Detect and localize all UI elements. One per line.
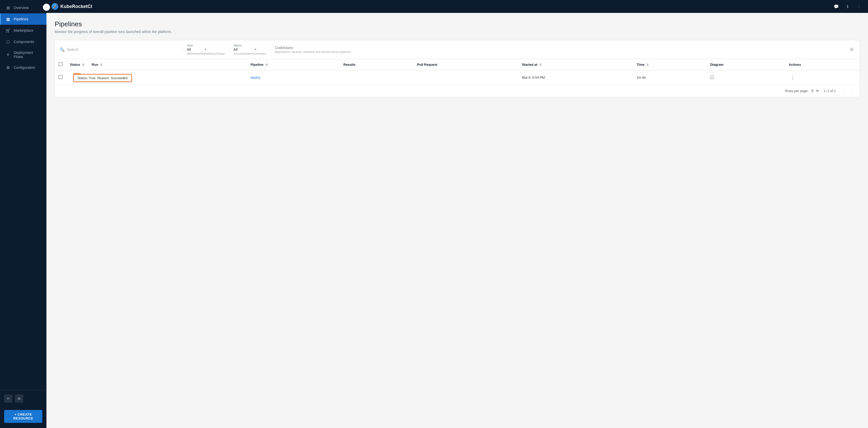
page-subtitle: Monitor the progress of overall pipeline… (55, 30, 860, 34)
sidebar-item-components[interactable]: ⬡ Components (0, 36, 46, 47)
header-run[interactable]: Run ⇅ (88, 59, 247, 70)
header-checkbox-cell (55, 59, 66, 70)
info-button[interactable]: ℹ (844, 3, 851, 10)
type-filter-label: Type (187, 44, 225, 47)
type-select[interactable]: All Review Build Deploy Clean (187, 47, 203, 52)
sidebar: ‹ ⊞ Overview ▦ Pipelines 🛒 Marketplace ⬡… (0, 0, 46, 428)
codebase-filter: Applications, libraries, autotests and i… (275, 46, 844, 53)
more-button[interactable]: ⋮ (855, 3, 863, 10)
chat-button[interactable]: 💬 (832, 3, 840, 10)
status-select[interactable]: All Success Failure Unknown (234, 47, 253, 52)
row-checkbox-cell (55, 70, 66, 85)
type-filter-hint: All/Review/Build/Deploy/Clean (187, 52, 225, 55)
table-footer: Rows per page: 5 10 25 1–1 of 1 ‹ › (55, 84, 860, 97)
rows-per-page-wrap: Rows per page: 5 10 25 (785, 89, 819, 93)
topbar: 🚀 KubeRocketCI 💬 ℹ ⋮ (46, 0, 868, 13)
pagination-info: 1–1 of 1 (824, 89, 836, 93)
table-settings-icon[interactable]: ⚙ (849, 46, 855, 53)
configuration-icon: ⚙ (5, 65, 10, 70)
filter-bar: 🔍 Type All Review Build Deploy Clean ▼ A… (55, 40, 860, 59)
pipelines-icon: ▦ (5, 17, 10, 22)
action-menu-button[interactable]: ⋮ (789, 74, 797, 81)
edit-icon-btn[interactable]: ✏ (4, 394, 12, 403)
sidebar-item-marketplace[interactable]: 🛒 Marketplace (0, 25, 46, 36)
row-pull-request-cell (413, 70, 518, 85)
row-diagram-cell: ⬡ (707, 70, 785, 85)
header-time-label: Time (637, 63, 645, 67)
content-area: Pipelines Monitor the progress of overal… (46, 13, 868, 428)
run-sort-icon: ⇅ (100, 63, 102, 66)
header-started-at[interactable]: Started at ⇅ (518, 59, 633, 70)
table-row: ✓ Status: True. Reason: Succeeded deploy… (55, 70, 860, 85)
sidebar-item-label-overview: Overview (14, 6, 29, 10)
header-pull-request: Pull Request (413, 59, 518, 70)
sidebar-collapse-button[interactable]: ‹ (43, 4, 50, 11)
sidebar-item-configuration[interactable]: ⚙ Configuration (0, 62, 46, 73)
components-icon: ⬡ (5, 39, 10, 44)
filter-divider-1 (182, 46, 183, 53)
overview-icon: ⊞ (5, 5, 10, 10)
select-all-checkbox[interactable] (59, 62, 63, 66)
type-filter-group: Type All Review Build Deploy Clean ▼ All… (187, 44, 225, 55)
header-status-label: Status (70, 63, 80, 67)
search-icon: 🔍 (60, 47, 65, 52)
pipeline-link[interactable]: deploy (251, 75, 260, 79)
pipelines-table: Status ⇅ Run ⇅ Pipeline ⇅ Results Pull R… (55, 59, 860, 84)
status-tooltip: Status: True. Reason: Succeeded (73, 74, 132, 82)
header-diagram: Diagram (707, 59, 785, 70)
row-checkbox[interactable] (59, 75, 63, 79)
row-status-cell: ✓ Status: True. Reason: Succeeded (66, 70, 88, 85)
status-dropdown-icon: ▼ (254, 48, 257, 51)
pagination-buttons: ‹ › (840, 87, 855, 94)
codebase-input[interactable] (275, 46, 844, 50)
rows-per-page-select[interactable]: 5 10 25 (810, 89, 819, 93)
header-status[interactable]: Status ⇅ (66, 59, 88, 70)
search-wrap: 🔍 (60, 47, 178, 52)
header-started-at-label: Started at (522, 63, 537, 67)
status-filter-group: Status All Success Failure Unknown ▼ Suc… (234, 44, 266, 55)
page-title: Pipelines (55, 20, 860, 28)
header-pipeline[interactable]: Pipeline ⇅ (247, 59, 340, 70)
rows-per-page-label: Rows per page: (785, 89, 808, 93)
sidebar-item-deployment-flows[interactable]: ≡ Deployment Flows (0, 47, 46, 62)
type-select-wrap: All Review Build Deploy Clean ▼ (187, 47, 225, 52)
header-results: Results (340, 59, 413, 70)
status-sort-icon: ⇅ (82, 63, 84, 66)
main-area: 🚀 KubeRocketCI 💬 ℹ ⋮ Pipelines Monitor t… (46, 0, 868, 428)
create-resource-button[interactable]: + CREATE RESOURCE (4, 410, 42, 423)
status-filter-label: Status (234, 44, 266, 47)
sidebar-item-label-marketplace: Marketplace (14, 28, 33, 32)
sidebar-item-overview[interactable]: ⊞ Overview (0, 2, 46, 13)
header-actions: Actions (785, 59, 860, 70)
row-time-cell: 1m 8s (633, 70, 707, 85)
table-wrap: Status ⇅ Run ⇅ Pipeline ⇅ Results Pull R… (55, 59, 860, 97)
diagram-icon[interactable]: ⬡ (710, 75, 714, 80)
header-run-label: Run (92, 63, 98, 67)
sidebar-nav: ⊞ Overview ▦ Pipelines 🛒 Marketplace ⬡ C… (0, 0, 46, 390)
status-filter-hint: Success/Failure/Unknown (234, 52, 266, 55)
marketplace-icon: 🛒 (5, 28, 10, 33)
type-dropdown-icon: ▼ (204, 48, 207, 51)
row-started-at-cell: Mar 6, 6:54 PM (518, 70, 633, 85)
sidebar-item-label-configuration: Configuration (14, 65, 35, 70)
settings-icon-btn-bottom[interactable]: ⚙ (15, 394, 23, 403)
deployment-flows-icon: ≡ (5, 52, 10, 57)
sidebar-item-label-deployment-flows: Deployment Flows (14, 51, 42, 59)
row-pipeline-cell: deploy (247, 70, 340, 85)
table-header-row: Status ⇅ Run ⇅ Pipeline ⇅ Results Pull R… (55, 59, 860, 70)
search-input[interactable] (67, 47, 178, 52)
started-at-sort-icon: ⇅ (539, 63, 541, 66)
status-col-wrap: ✓ Status: True. Reason: Succeeded (73, 73, 81, 81)
prev-page-button[interactable]: ‹ (840, 87, 847, 94)
sidebar-item-pipelines[interactable]: ▦ Pipelines (0, 13, 46, 25)
codebase-filter-hint: Applications, libraries, autotests and i… (275, 50, 844, 53)
filter-divider-2 (229, 46, 229, 53)
row-results-cell (340, 70, 413, 85)
next-page-button[interactable]: › (848, 87, 855, 94)
sidebar-bottom: ✏ ⚙ (0, 390, 46, 407)
header-time[interactable]: Time ⇅ (633, 59, 707, 70)
row-actions-cell: ⋮ (785, 70, 860, 85)
logo-icon: 🚀 (52, 3, 58, 10)
status-select-wrap: All Success Failure Unknown ▼ (234, 47, 266, 52)
topbar-actions: 💬 ℹ ⋮ (832, 3, 863, 10)
